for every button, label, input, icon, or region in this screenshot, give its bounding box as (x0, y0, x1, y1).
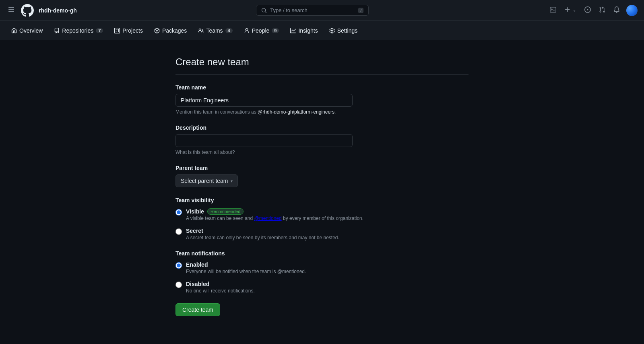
main-content: Create new team Team name Mention this t… (169, 40, 475, 332)
search-icon (261, 8, 267, 13)
divider (175, 74, 469, 75)
nav-overview-label: Overview (19, 27, 43, 34)
nav-item-insights[interactable]: Insights (285, 24, 322, 37)
secret-content: Secret A secret team can only be seen by… (186, 228, 339, 240)
visibility-secret-option: Secret A secret team can only be seen by… (175, 228, 469, 240)
visibility-visible-option: Visible Recommended A visible team can b… (175, 208, 469, 221)
plus-icon (564, 6, 571, 13)
description-label: Description (175, 124, 469, 131)
issue-opened-icon (584, 6, 591, 13)
team-name-group: Team name Mention this team in conversat… (175, 84, 469, 115)
visibility-secret-radio[interactable] (175, 228, 182, 235)
repo-icon (54, 28, 60, 33)
gear-icon (329, 28, 335, 33)
search-box[interactable]: Type / to search / (256, 5, 369, 16)
notifications-button[interactable] (612, 5, 621, 16)
nav-item-packages[interactable]: Packages (149, 24, 192, 37)
team-visibility-group: Team visibility Visible Recommended A vi… (175, 197, 469, 240)
search-shortcut: / (358, 8, 363, 13)
parent-team-dropdown[interactable]: Select parent team ▾ (175, 174, 238, 187)
parent-team-label: Parent team (175, 165, 469, 171)
description-input[interactable] (175, 134, 353, 147)
home-icon (11, 28, 17, 33)
secret-label[interactable]: Secret (186, 228, 339, 234)
disabled-desc: No one will receive notifications. (186, 288, 255, 294)
people-icon (198, 28, 204, 33)
nav-projects-label: Projects (122, 27, 143, 34)
command-palette-button[interactable] (548, 5, 558, 16)
visible-label[interactable]: Visible Recommended (186, 208, 363, 215)
nav-repositories-label: Repositories (62, 27, 93, 34)
chevron-down-icon: ▾ (231, 179, 233, 183)
visible-desc: A visible team can be seen and @mentione… (186, 216, 363, 221)
nav-people-label: People (252, 27, 270, 34)
pull-requests-button[interactable] (597, 5, 607, 16)
page-title: Create new team (175, 56, 469, 68)
git-pull-request-icon (599, 6, 605, 13)
secret-desc: A secret team can only be seen by its me… (186, 235, 339, 240)
nav-item-overview[interactable]: Overview (6, 24, 47, 37)
org-nav: Overview Repositories 7 Projects Package… (0, 21, 644, 40)
command-palette-icon (550, 6, 556, 13)
nav-people-badge: 9 (272, 28, 279, 33)
package-icon (154, 28, 160, 33)
graph-icon (290, 28, 296, 33)
header-left: rhdh-demo-gh (6, 4, 77, 17)
avatar[interactable] (626, 5, 638, 16)
notifications-disabled-radio[interactable] (175, 282, 182, 288)
top-header: rhdh-demo-gh Type / to search / (0, 0, 644, 21)
notifications-enabled-option: Enabled Everyone will be notified when t… (175, 261, 469, 274)
disabled-content: Disabled No one will receive notificatio… (186, 281, 255, 294)
team-name-hint: Mention this team in conversations as @r… (175, 109, 469, 115)
nav-item-teams[interactable]: Teams 4 (193, 24, 237, 37)
chevron-down-icon (572, 9, 576, 13)
notifications-enabled-radio[interactable] (175, 262, 182, 269)
github-logo (21, 4, 34, 17)
nav-settings-label: Settings (337, 27, 358, 34)
enabled-content: Enabled Everyone will be notified when t… (186, 261, 306, 274)
nav-teams-badge: 4 (225, 28, 233, 33)
visibility-visible-radio[interactable] (175, 209, 182, 216)
team-notifications-group: Team notifications Enabled Everyone will… (175, 250, 469, 294)
description-hint: What is this team all about? (175, 149, 469, 155)
issues-button[interactable] (583, 5, 592, 16)
header-actions (548, 5, 638, 16)
visible-content: Visible Recommended A visible team can b… (186, 208, 363, 221)
search-placeholder: Type / to search (270, 7, 308, 13)
nav-teams-label: Teams (206, 27, 223, 34)
nav-item-settings[interactable]: Settings (324, 24, 363, 37)
header-search-area: Type / to search / (83, 5, 542, 16)
parent-team-btn-label: Select parent team (181, 178, 228, 184)
team-name-input[interactable] (175, 94, 353, 107)
mentioned-link[interactable]: @mentioned (254, 216, 281, 221)
bell-icon (613, 6, 620, 13)
nav-item-people[interactable]: People 9 (239, 24, 284, 37)
recommended-badge: Recommended (207, 208, 244, 215)
parent-team-group: Parent team Select parent team ▾ (175, 165, 469, 187)
create-team-button[interactable]: Create team (175, 303, 220, 316)
new-item-button[interactable] (563, 5, 578, 16)
org-name[interactable]: rhdh-demo-gh (39, 7, 77, 14)
nav-item-repositories[interactable]: Repositories 7 (49, 24, 108, 37)
notifications-section-title: Team notifications (175, 250, 469, 257)
project-icon (114, 28, 120, 33)
notifications-disabled-option: Disabled No one will receive notificatio… (175, 281, 469, 294)
enabled-desc: Everyone will be notified when the team … (186, 269, 306, 274)
nav-item-projects[interactable]: Projects (109, 24, 148, 37)
nav-repositories-badge: 7 (96, 28, 103, 33)
visibility-section-title: Team visibility (175, 197, 469, 203)
disabled-label[interactable]: Disabled (186, 281, 255, 287)
menu-button[interactable] (6, 5, 16, 16)
description-group: Description What is this team all about? (175, 124, 469, 155)
team-name-label: Team name (175, 84, 469, 91)
nav-packages-label: Packages (162, 27, 187, 34)
enabled-label[interactable]: Enabled (186, 261, 306, 268)
nav-insights-label: Insights (298, 27, 318, 34)
person-icon (244, 28, 250, 33)
